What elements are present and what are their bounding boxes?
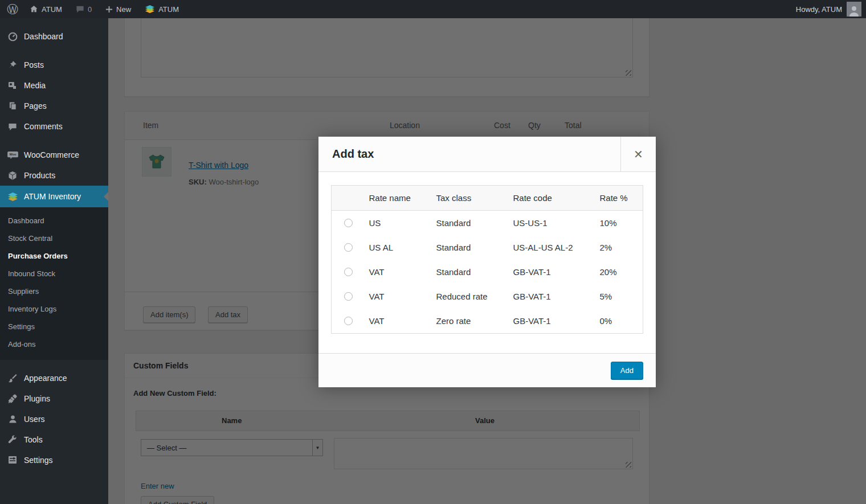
comment-bubble-icon [76, 5, 84, 13]
sidebar-item-dashboard[interactable]: Dashboard [0, 26, 108, 47]
menu-separator [0, 137, 108, 145]
atum-toolbar-label: ATUM [158, 5, 179, 14]
sidebar-label: Products [24, 171, 55, 180]
add-tax-modal: Add tax ✕ Rate name Tax class Rate code … [318, 137, 656, 387]
howdy-account-menu[interactable]: Howdy, ATUM [796, 5, 842, 14]
menu-separator [0, 360, 108, 368]
pages-icon [7, 101, 18, 110]
sidebar-item-comments[interactable]: Comments [0, 116, 108, 137]
sidebar-item-pages[interactable]: Pages [0, 96, 108, 116]
wordpress-logo-icon[interactable]: Ⓦ [0, 0, 23, 18]
rate-pct: 5% [593, 284, 643, 309]
radio-column-header [332, 186, 362, 211]
site-name-menu[interactable]: ATUM [23, 0, 69, 18]
tax-class: Reduced rate [430, 284, 506, 309]
home-icon [30, 5, 38, 13]
paintbrush-icon [7, 374, 18, 383]
tax-class: Standard [430, 260, 506, 284]
tax-rates-table: Rate name Tax class Rate code Rate % US … [331, 185, 643, 334]
sidebar-label: WooCommerce [24, 150, 79, 159]
modal-footer: Add [318, 353, 656, 387]
sidebar-item-users[interactable]: Users [0, 409, 108, 429]
sidebar-item-media[interactable]: Media [0, 75, 108, 96]
submenu-item-purchase-orders[interactable]: Purchase Orders [0, 247, 108, 265]
wrench-icon [7, 435, 18, 444]
rate-radio[interactable] [344, 317, 353, 325]
sidebar-label: Comments [24, 122, 63, 131]
rate-name: US AL [362, 235, 430, 260]
wordpress-admin-screen: Ⓦ ATUM 0 New ATUM [0, 0, 866, 504]
settings-sliders-icon [7, 456, 18, 465]
close-icon[interactable]: ✕ [620, 137, 656, 171]
sidebar-label: Posts [24, 60, 44, 69]
media-icon [7, 81, 18, 90]
column-rate-code: Rate code [506, 186, 593, 211]
admin-bar: Ⓦ ATUM 0 New ATUM [0, 0, 866, 18]
tax-rate-row[interactable]: US AL Standard US-AL-US AL-2 2% [332, 235, 643, 260]
sidebar-label: Media [24, 81, 46, 90]
sidebar-item-plugins[interactable]: Plugins [0, 388, 108, 409]
tax-rate-row[interactable]: VAT Reduced rate GB-VAT-1 5% [332, 284, 643, 309]
modal-add-button[interactable]: Add [611, 362, 643, 379]
woocommerce-icon: Woo [7, 151, 18, 159]
tax-rate-row[interactable]: VAT Standard GB-VAT-1 20% [332, 260, 643, 284]
comments-menu[interactable]: 0 [69, 0, 99, 18]
submenu-item-dashboard[interactable]: Dashboard [0, 212, 108, 230]
svg-text:Woo: Woo [9, 153, 17, 156]
atum-layers-icon [145, 5, 155, 14]
sidebar-item-appearance[interactable]: Appearance [0, 368, 108, 388]
sidebar-label: ATUM Inventory [24, 192, 81, 201]
rate-name: VAT [362, 260, 430, 284]
column-rate-pct: Rate % [593, 186, 643, 211]
plug-icon [7, 394, 18, 403]
rate-code: GB-VAT-1 [506, 260, 593, 284]
new-content-menu[interactable]: New [99, 0, 138, 18]
sidebar-item-tools[interactable]: Tools [0, 429, 108, 450]
submenu-item-add-ons[interactable]: Add-ons [0, 335, 108, 353]
rate-radio[interactable] [344, 219, 353, 227]
rate-name: VAT [362, 284, 430, 309]
plus-icon [105, 6, 113, 13]
atum-submenu: Dashboard Stock Central Purchase Orders … [0, 207, 108, 360]
sidebar-label: Settings [24, 456, 53, 465]
rate-pct: 20% [593, 260, 643, 284]
submenu-item-settings[interactable]: Settings [0, 318, 108, 335]
sidebar-item-woocommerce[interactable]: Woo WooCommerce [0, 145, 108, 165]
tax-rates-header-row: Rate name Tax class Rate code Rate % [332, 186, 643, 211]
admin-sidebar: Dashboard Posts Media Pages Comments Woo… [0, 18, 108, 504]
rate-radio[interactable] [344, 243, 353, 252]
atum-layers-icon [7, 192, 18, 202]
sidebar-label: Tools [24, 435, 43, 444]
atum-toolbar-menu[interactable]: ATUM [138, 0, 186, 18]
site-name-label: ATUM [42, 5, 62, 14]
submenu-item-suppliers[interactable]: Suppliers [0, 282, 108, 300]
submenu-item-inbound-stock[interactable]: Inbound Stock [0, 265, 108, 282]
sidebar-label: Plugins [24, 394, 50, 403]
new-label: New [116, 5, 131, 14]
tax-rate-row[interactable]: US Standard US-US-1 10% [332, 211, 643, 236]
dashboard-gauge-icon [7, 32, 18, 42]
submenu-item-inventory-logs[interactable]: Inventory Logs [0, 300, 108, 318]
tax-class: Zero rate [430, 309, 506, 334]
rate-name: US [362, 211, 430, 236]
rate-radio[interactable] [344, 292, 353, 301]
modal-header: Add tax ✕ [318, 137, 656, 172]
avatar[interactable] [847, 2, 861, 17]
sidebar-label: Users [24, 415, 45, 424]
submenu-item-stock-central[interactable]: Stock Central [0, 230, 108, 247]
rate-code: GB-VAT-1 [506, 284, 593, 309]
modal-title: Add tax [318, 147, 374, 161]
tax-class: Standard [430, 235, 506, 260]
sidebar-item-settings[interactable]: Settings [0, 450, 108, 470]
sidebar-item-products[interactable]: Products [0, 165, 108, 186]
user-icon [7, 415, 18, 424]
sidebar-item-atum-inventory[interactable]: ATUM Inventory [0, 186, 108, 207]
user-avatar-icon [848, 4, 860, 17]
rate-name: VAT [362, 309, 430, 334]
rate-pct: 10% [593, 211, 643, 236]
menu-separator [0, 47, 108, 55]
sidebar-item-posts[interactable]: Posts [0, 55, 108, 75]
tax-rate-row[interactable]: VAT Zero rate GB-VAT-1 0% [332, 309, 643, 334]
rate-radio[interactable] [344, 268, 353, 276]
column-rate-name: Rate name [362, 186, 430, 211]
